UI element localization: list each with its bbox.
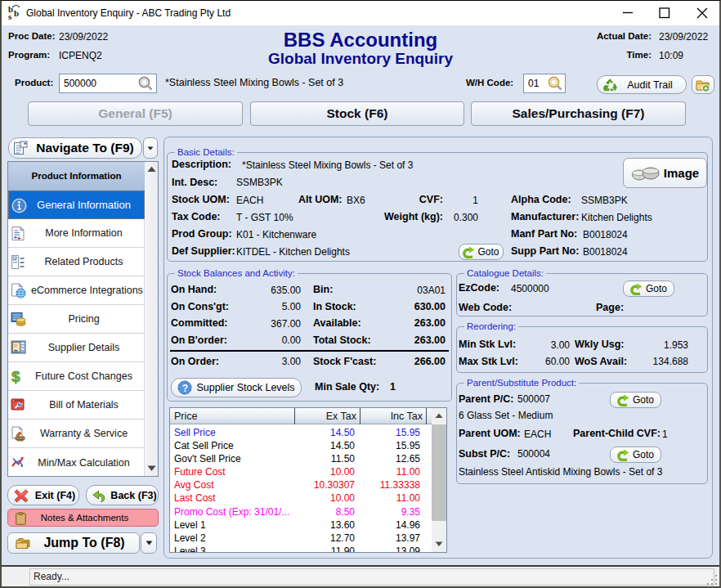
- svg-text:$: $: [11, 368, 20, 385]
- svg-text:+: +: [17, 235, 21, 242]
- svg-text:b: b: [14, 8, 19, 18]
- svg-text:s: s: [8, 11, 12, 21]
- svg-text:?: ?: [182, 383, 188, 394]
